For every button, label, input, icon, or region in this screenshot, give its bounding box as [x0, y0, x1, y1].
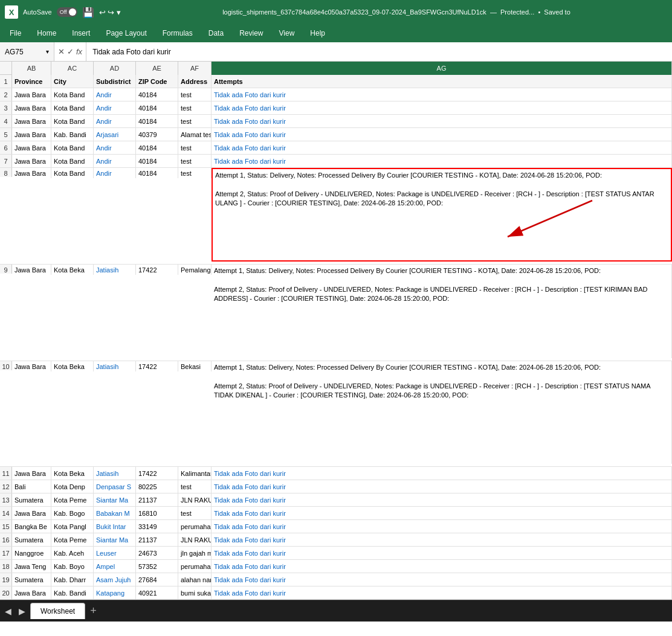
- cell-19-ab[interactable]: Sumatera: [12, 573, 51, 586]
- cell-9-ab[interactable]: Jawa Bara: [12, 265, 51, 275]
- cell-15-af[interactable]: perumahan: [178, 520, 212, 533]
- cell-17-ad[interactable]: Leuser: [94, 547, 136, 559]
- cell-2-ab[interactable]: Jawa Bara: [12, 88, 51, 101]
- cell-9-ag[interactable]: Attempt 1, Status: Delivery, Notes: Proc…: [212, 265, 672, 358]
- cell-18-ae[interactable]: 57352: [136, 560, 178, 573]
- cell-1-ae[interactable]: ZIP Code: [136, 75, 178, 88]
- cell-19-ac[interactable]: Kab. Dharr: [51, 573, 94, 586]
- cell-5-ae[interactable]: 40379: [136, 128, 178, 141]
- cell-12-ad[interactable]: Denpasar S: [94, 480, 136, 493]
- cell-3-ad[interactable]: Andir: [94, 101, 136, 114]
- cell-4-ag[interactable]: Tidak ada Foto dari kurir: [212, 115, 672, 127]
- cell-10-af[interactable]: Bekasi: [178, 361, 212, 371]
- cell-2-ae[interactable]: 40184: [136, 88, 178, 101]
- cell-19-ad[interactable]: Asam Jujuh: [94, 573, 136, 586]
- autosave-toggle[interactable]: Off: [57, 7, 77, 17]
- cell-19-ag[interactable]: Tidak ada Foto dari kurir: [212, 573, 672, 586]
- cell-2-ag[interactable]: Tidak ada Foto dari kurir: [212, 88, 672, 101]
- cell-7-ad[interactable]: Andir: [94, 155, 136, 167]
- cell-5-af[interactable]: Alamat tes: [178, 128, 212, 141]
- cell-name-box[interactable]: AG75 ▾: [0, 42, 54, 61]
- cell-11-af[interactable]: Kalimantar: [178, 467, 212, 480]
- cell-9-ac[interactable]: Kota Beka: [51, 265, 94, 275]
- tab-home[interactable]: Home: [30, 27, 63, 40]
- cell-1-ag[interactable]: Attempts: [212, 75, 672, 88]
- cell-19-ae[interactable]: 27684: [136, 573, 178, 586]
- cell-18-ab[interactable]: Jawa Teng: [12, 560, 51, 573]
- col-header-ag[interactable]: AG: [212, 62, 672, 75]
- cell-15-ag[interactable]: Tidak ada Foto dari kurir: [212, 520, 672, 533]
- cell-16-ab[interactable]: Sumatera: [12, 533, 51, 546]
- cell-17-ab[interactable]: Nanggroe: [12, 547, 51, 559]
- cell-11-ad[interactable]: Jatiasih: [94, 467, 136, 480]
- cell-13-ae[interactable]: 21137: [136, 493, 178, 506]
- cell-7-af[interactable]: test: [178, 155, 212, 167]
- cell-6-ae[interactable]: 40184: [136, 141, 178, 154]
- cell-11-ag[interactable]: Tidak ada Foto dari kurir: [212, 467, 672, 480]
- formula-cancel-icon[interactable]: ✕: [58, 47, 65, 56]
- cell-8-ad[interactable]: Andir: [94, 168, 136, 178]
- cell-18-ag[interactable]: Tidak ada Foto dari kurir: [212, 560, 672, 573]
- col-header-ad[interactable]: AD: [94, 62, 136, 75]
- cell-17-af[interactable]: jln gajah m: [178, 547, 212, 559]
- cell-12-ab[interactable]: Bali: [12, 480, 51, 493]
- cell-17-ac[interactable]: Kab. Aceh: [51, 547, 94, 559]
- cell-11-ae[interactable]: 17422: [136, 467, 178, 480]
- cell-2-ac[interactable]: Kota Band: [51, 88, 94, 101]
- cell-6-ad[interactable]: Andir: [94, 141, 136, 154]
- save-icon[interactable]: 💾: [82, 7, 94, 18]
- cell-14-ac[interactable]: Kab. Bogo: [51, 507, 94, 519]
- undo-redo-buttons[interactable]: ↩ ↪ ▾: [99, 8, 121, 17]
- cell-2-af[interactable]: test: [178, 88, 212, 101]
- cell-12-ae[interactable]: 80225: [136, 480, 178, 493]
- cell-1-ab[interactable]: Province: [12, 75, 51, 88]
- cell-8-ag[interactable]: Attempt 1, Status: Delivery, Notes: Proc…: [212, 168, 672, 262]
- cell-6-ac[interactable]: Kota Band: [51, 141, 94, 154]
- cell-15-ab[interactable]: Bangka Be: [12, 520, 51, 533]
- cell-16-ac[interactable]: Kota Peme: [51, 533, 94, 546]
- cell-17-ae[interactable]: 24673: [136, 547, 178, 559]
- tab-view[interactable]: View: [272, 27, 302, 40]
- cell-13-ab[interactable]: Sumatera: [12, 493, 51, 506]
- tab-help[interactable]: Help: [303, 27, 332, 40]
- cell-20-ae[interactable]: 40921: [136, 586, 178, 599]
- cell-1-af[interactable]: Address: [178, 75, 212, 88]
- cell-20-ad[interactable]: Katapang: [94, 586, 136, 599]
- cell-14-ad[interactable]: Babakan M: [94, 507, 136, 519]
- cell-16-ae[interactable]: 21137: [136, 533, 178, 546]
- cell-3-ac[interactable]: Kota Band: [51, 101, 94, 114]
- cell-12-af[interactable]: test: [178, 480, 212, 493]
- cell-19-af[interactable]: alahan nar: [178, 573, 212, 586]
- cell-13-ac[interactable]: Kota Peme: [51, 493, 94, 506]
- cell-10-ae[interactable]: 17422: [136, 361, 178, 371]
- cell-3-ag[interactable]: Tidak ada Foto dari kurir: [212, 101, 672, 114]
- cell-9-af[interactable]: Pemalang,: [178, 265, 212, 275]
- cell-5-ab[interactable]: Jawa Bara: [12, 128, 51, 141]
- cell-6-ab[interactable]: Jawa Bara: [12, 141, 51, 154]
- cell-12-ag[interactable]: Tidak ada Foto dari kurir: [212, 480, 672, 493]
- tab-scroll-left[interactable]: ◀: [2, 606, 14, 616]
- cell-11-ab[interactable]: Jawa Bara: [12, 467, 51, 480]
- col-header-ac[interactable]: AC: [51, 62, 94, 75]
- cell-14-af[interactable]: test: [178, 507, 212, 519]
- cell-10-ad[interactable]: Jatiasih: [94, 361, 136, 371]
- cell-4-af[interactable]: test: [178, 115, 212, 127]
- cell-2-ad[interactable]: Andir: [94, 88, 136, 101]
- cell-4-ad[interactable]: Andir: [94, 115, 136, 127]
- cell-16-ad[interactable]: Siantar Ma: [94, 533, 136, 546]
- cell-10-ab[interactable]: Jawa Bara: [12, 361, 51, 371]
- cell-12-ac[interactable]: Kota Denp: [51, 480, 94, 493]
- cell-8-ac[interactable]: Kota Band: [51, 168, 94, 178]
- cell-18-ad[interactable]: Ampel: [94, 560, 136, 573]
- formula-confirm-icon[interactable]: ✓: [67, 47, 74, 56]
- formula-fx-icon[interactable]: fx: [76, 47, 82, 56]
- tab-formulas[interactable]: Formulas: [155, 27, 200, 40]
- cell-3-af[interactable]: test: [178, 101, 212, 114]
- cell-20-ab[interactable]: Jawa Bara: [12, 586, 51, 599]
- cell-8-ae[interactable]: 40184: [136, 168, 178, 178]
- tab-review[interactable]: Review: [232, 27, 270, 40]
- cell-5-ag[interactable]: Tidak ada Foto dari kurir: [212, 128, 672, 141]
- tab-data[interactable]: Data: [201, 27, 231, 40]
- cell-6-af[interactable]: test: [178, 141, 212, 154]
- col-header-ae[interactable]: AE: [136, 62, 178, 75]
